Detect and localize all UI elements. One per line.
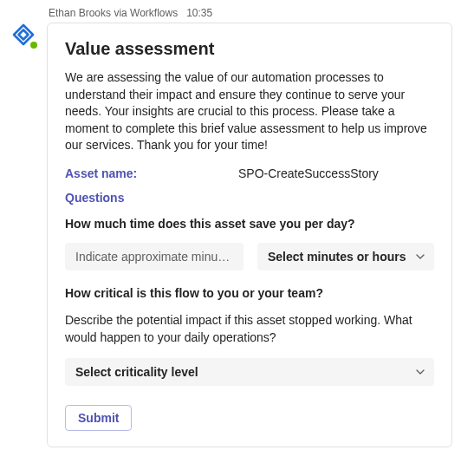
question-time-saved: How much time does this asset save you p… [65, 217, 434, 231]
question-criticality: How critical is this flow to you or your… [65, 286, 434, 300]
chevron-down-icon [415, 251, 425, 262]
workflows-avatar [10, 21, 37, 49]
criticality-select[interactable]: Select criticality level [65, 358, 434, 386]
asset-name-row: Asset name: SPO-CreateSuccessStory [65, 166, 434, 180]
chevron-down-icon [415, 367, 425, 377]
sender-name: Ethan Brooks via Workflows [49, 7, 178, 19]
time-unit-select-label: Select minutes or hours [268, 250, 406, 264]
criticality-select-label: Select criticality level [75, 365, 198, 379]
presence-available-icon [29, 40, 39, 50]
question-criticality-desc: Describe the potential impact if this as… [65, 312, 434, 346]
submit-button[interactable]: Submit [65, 405, 132, 431]
message-time: 10:35 [186, 7, 212, 19]
time-unit-select[interactable]: Select minutes or hours [257, 243, 434, 271]
message-content: Ethan Brooks via Workflows 10:35 Value a… [47, 7, 452, 447]
time-saved-input-row: Select minutes or hours [65, 243, 434, 271]
asset-name-label: Asset name: [65, 166, 238, 180]
card-description: We are assessing the value of our automa… [65, 69, 434, 154]
message-header: Ethan Brooks via Workflows 10:35 [47, 7, 452, 19]
time-amount-input[interactable] [65, 243, 243, 271]
questions-section-label: Questions [65, 191, 434, 205]
asset-name-value: SPO-CreateSuccessStory [238, 166, 379, 180]
avatar-column [9, 7, 38, 447]
message-container: Ethan Brooks via Workflows 10:35 Value a… [0, 0, 461, 456]
card-title: Value assessment [65, 39, 434, 59]
adaptive-card: Value assessment We are assessing the va… [47, 23, 452, 447]
